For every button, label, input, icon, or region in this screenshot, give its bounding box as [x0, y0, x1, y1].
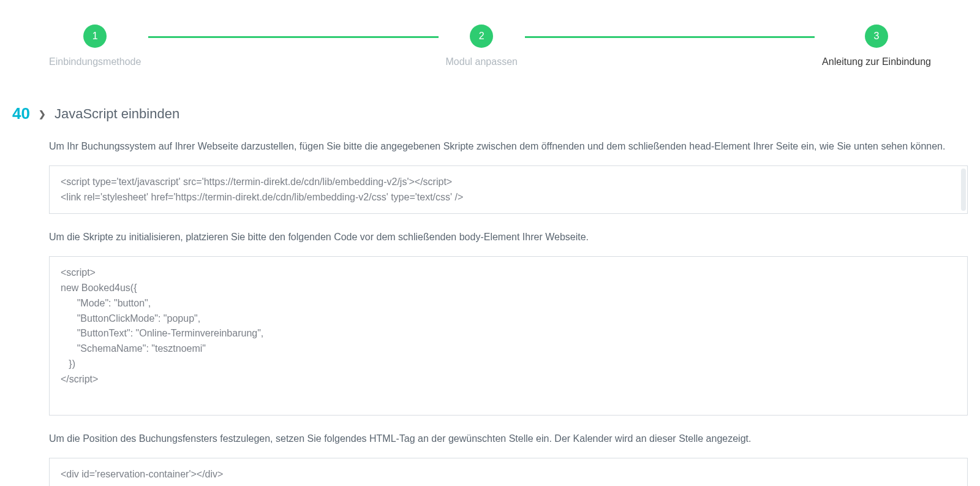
step-3-label: Anleitung zur Einbindung [822, 56, 931, 67]
step-1-label: Einbindungsmethode [49, 56, 141, 67]
step-1-circle: 1 [83, 25, 107, 48]
instruction-text-1: Um Ihr Buchungssystem auf Ihrer Webseite… [49, 139, 968, 154]
code-block-container-div[interactable]: <div id='reservation-container'></div> [49, 458, 968, 486]
step-3-circle: 3 [865, 25, 888, 48]
chevron-right-icon: ❯ [39, 109, 46, 119]
step-line-1 [148, 36, 438, 38]
step-2[interactable]: 2 Modul anpassen [446, 25, 518, 67]
content-area: Um Ihr Buchungssystem auf Ihrer Webseite… [12, 139, 968, 486]
section-title: JavaScript einbinden [55, 106, 179, 122]
code-block-init-script[interactable]: <script> new Booked4us({ "Mode": "button… [49, 256, 968, 416]
instruction-text-2: Um die Skripte zu initialisieren, platzi… [49, 230, 968, 245]
instruction-text-3: Um die Position des Buchungsfensters fes… [49, 431, 968, 447]
wizard-stepper: 1 Einbindungsmethode 2 Modul anpassen 3 … [12, 25, 968, 67]
code-block-head-scripts[interactable]: <script type='text/javascript' src='http… [49, 165, 968, 215]
section-number: 40 [12, 104, 30, 123]
step-1[interactable]: 1 Einbindungsmethode [49, 25, 141, 67]
step-2-circle: 2 [470, 25, 493, 48]
step-line-2 [525, 36, 815, 38]
step-3[interactable]: 3 Anleitung zur Einbindung [822, 25, 931, 67]
section-header: 40 ❯ JavaScript einbinden [12, 104, 968, 123]
step-2-label: Modul anpassen [446, 56, 518, 67]
